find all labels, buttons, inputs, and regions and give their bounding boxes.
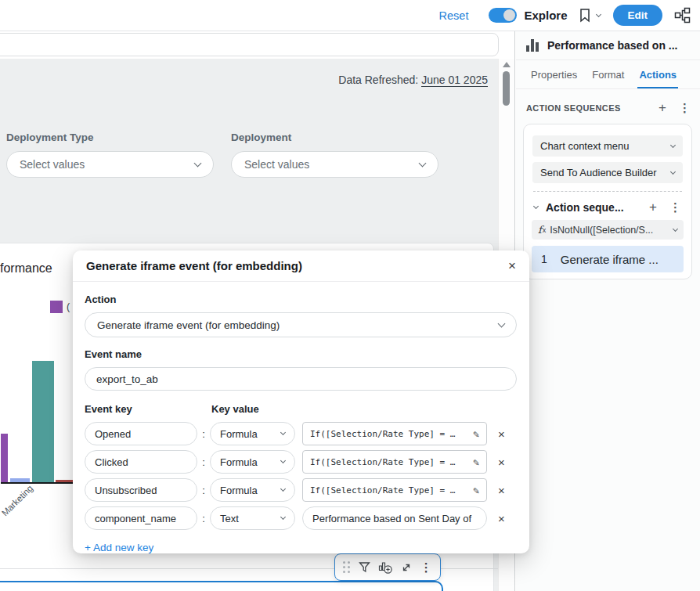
action-select[interactable]: Generate iframe event (for embedding) (85, 312, 517, 337)
filter-button[interactable] (359, 561, 370, 573)
sequence-menu-button[interactable]: ⋮ (669, 201, 681, 213)
explore-label: Explore (524, 9, 567, 22)
chevron-down-icon (498, 320, 506, 328)
add-child-chart-button[interactable] (378, 560, 393, 575)
scrollbar-thumb[interactable] (503, 71, 510, 106)
fx-icon: f (538, 224, 542, 236)
edit-button[interactable]: Edit (613, 5, 663, 26)
close-icon[interactable]: × (508, 259, 516, 272)
add-action-button[interactable]: + (649, 200, 657, 214)
editor-panel: Performance based on ... Properties Form… (516, 31, 700, 591)
remove-row-icon[interactable]: × (498, 485, 505, 496)
text-value-input[interactable]: Performance based on Sent Day of (302, 506, 487, 530)
formula-text: If([Selection/Rate Type] = … (310, 485, 455, 496)
panel-title: Performance based on ... (547, 39, 678, 52)
tab-actions[interactable]: Actions (639, 60, 677, 88)
event-key-value: Opened (95, 428, 131, 440)
formula-value-box[interactable]: If([Selection/Rate Type] = …✎ (302, 478, 487, 502)
modal-body: Action Generate iframe event (for embedd… (73, 282, 529, 554)
value-type: Formula (220, 428, 258, 440)
legend-label-partial: ( (67, 301, 70, 312)
selected-element-outline[interactable] (0, 581, 443, 591)
maximize-button[interactable] (401, 562, 412, 573)
drag-handle-icon[interactable] (343, 561, 350, 573)
edit-formula-icon[interactable]: ✎ (473, 428, 479, 440)
edit-formula-icon[interactable]: ✎ (473, 485, 479, 496)
event-name-label: Event name (85, 348, 517, 360)
add-new-key-button[interactable]: + Add new key (85, 542, 153, 553)
value-type-select[interactable]: Formula (210, 478, 295, 502)
chevron-down-icon (194, 160, 202, 168)
key-value-row: Opened : Formula If([Selection/Rate Type… (85, 422, 517, 445)
text-value: Performance based on Sent Day of (312, 513, 471, 524)
element-toolbar: ⋮ (334, 553, 441, 581)
chevron-down-icon (280, 514, 286, 520)
condition-formula-text: IsNotNull([Selection/S... (550, 225, 653, 236)
explore-toggle[interactable] (489, 8, 517, 23)
value-type: Formula (220, 485, 258, 496)
chart-bar (1, 434, 8, 482)
tab-format[interactable]: Format (592, 60, 624, 88)
value-type-select[interactable]: Text (210, 506, 295, 530)
filter-deployment: Deployment Select values (231, 132, 438, 178)
key-value-header: Key value (211, 403, 259, 415)
event-key-header: Event key (85, 403, 211, 415)
sequences-menu-button[interactable]: ⋮ (679, 102, 691, 114)
select-placeholder: Select values (20, 158, 85, 171)
remove-row-icon[interactable]: × (498, 428, 505, 440)
chart-plus-icon (378, 560, 393, 575)
canvas-top-strip (0, 31, 514, 59)
target-select[interactable]: Send To Audience Builder (532, 162, 683, 183)
action-config-modal: Generate iframe event (for embedding) × … (73, 250, 529, 553)
formula-text: If([Selection/Rate Type] = … (310, 429, 455, 439)
chart-bar (56, 480, 74, 482)
remove-row-icon[interactable]: × (498, 513, 505, 524)
value-type: Formula (220, 456, 258, 468)
collapse-chevron-icon[interactable] (533, 203, 539, 208)
step-label: Generate iframe ... (561, 253, 659, 266)
event-key-input[interactable]: Clicked (85, 450, 197, 474)
control-bar-input[interactable] (0, 33, 499, 56)
action-step-row[interactable]: 1 Generate iframe ... (532, 246, 684, 272)
event-name-input[interactable]: export_to_ab (85, 367, 517, 391)
filter-label: Deployment (231, 132, 438, 143)
action-label: Action (85, 294, 517, 305)
trigger-select[interactable]: Chart context menu (532, 135, 683, 157)
event-key-input[interactable]: Unsubscribed (85, 478, 197, 502)
event-key-input[interactable]: Opened (85, 422, 197, 445)
filter-deployment-type: Deployment Type Select values (6, 132, 214, 178)
bookmark-menu[interactable] (579, 8, 601, 23)
action-sequence-card: Chart context menu Send To Audience Buil… (523, 124, 692, 279)
data-refreshed-date-link[interactable]: June 01 2025 (421, 74, 488, 87)
chevron-down-icon (419, 160, 427, 168)
top-toolbar: Reset Explore Edit (0, 0, 700, 31)
add-sequence-button[interactable]: + (659, 101, 666, 114)
deployment-select[interactable]: Select values (231, 151, 438, 178)
action-sequences-section: ACTION SEQUENCES + ⋮ (516, 89, 700, 114)
key-value-row: component_name : Text Performance based … (85, 506, 517, 530)
remove-row-icon[interactable]: × (498, 456, 505, 468)
value-type-select[interactable]: Formula (210, 422, 295, 445)
chart-bar (10, 478, 30, 482)
chevron-down-icon (673, 225, 678, 231)
formula-value-box[interactable]: If([Selection/Rate Type] = …✎ (302, 422, 487, 445)
share-connections-button[interactable] (674, 7, 691, 23)
reset-button[interactable]: Reset (439, 9, 469, 22)
filter-label: Deployment Type (6, 132, 214, 143)
more-options-button[interactable]: ⋮ (420, 561, 432, 573)
colon-separator: : (197, 513, 210, 524)
value-type-select[interactable]: Formula (210, 450, 295, 474)
event-key-input[interactable]: component_name (85, 506, 197, 530)
scroll-up-arrow-icon[interactable] (503, 62, 511, 67)
condition-formula-select[interactable]: fx IsNotNull([Selection/S... (532, 220, 684, 240)
x-axis-category-label: Marketing (0, 483, 34, 517)
deployment-type-select[interactable]: Select values (6, 151, 214, 178)
event-name-value: export_to_ab (96, 373, 158, 385)
edit-formula-icon[interactable]: ✎ (473, 456, 479, 468)
chevron-down-icon (280, 458, 286, 463)
action-sequences-title: ACTION SEQUENCES (526, 103, 659, 113)
formula-value-box[interactable]: If([Selection/Rate Type] = …✎ (302, 450, 487, 474)
modal-header: Generate iframe event (for embedding) × (73, 250, 529, 282)
chevron-down-icon (670, 142, 676, 147)
tab-properties[interactable]: Properties (531, 60, 577, 88)
